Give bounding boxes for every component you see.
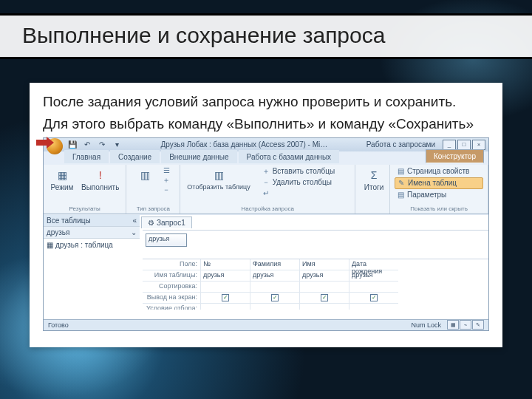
grid-cell[interactable]: ✓ bbox=[250, 293, 299, 304]
grid-cell[interactable]: друзья bbox=[201, 270, 250, 282]
design-columns: №друзья✓Фамилиядрузья✓Имядрузья✓Дата рож… bbox=[200, 259, 488, 310]
minimize-button[interactable]: _ bbox=[443, 140, 456, 150]
view-datasheet-button[interactable]: ▦ bbox=[447, 320, 459, 330]
querytype-icon-1[interactable]: ☰ bbox=[162, 166, 171, 175]
returns-button[interactable]: ↵ bbox=[260, 188, 336, 199]
sigma-icon: Σ bbox=[366, 168, 381, 183]
grid-cell[interactable]: друзья bbox=[349, 270, 398, 282]
grid-cell[interactable] bbox=[201, 282, 250, 293]
table-item-icon: ▦ bbox=[47, 241, 53, 249]
save-icon[interactable]: 💾 bbox=[67, 140, 78, 150]
view-design-button[interactable]: ✎ bbox=[472, 320, 484, 330]
tablenames-button[interactable]: ✎Имена таблиц bbox=[395, 177, 483, 189]
showtable-label: Отобразить таблицу bbox=[187, 183, 250, 191]
slide-body: После задания условий запроса нужно пров… bbox=[30, 83, 502, 347]
source-table[interactable]: друзья bbox=[146, 233, 187, 247]
propsheet-button[interactable]: ▤Страница свойств bbox=[395, 166, 483, 177]
params-label: Параметры bbox=[407, 191, 446, 199]
totals-label: Итоги bbox=[364, 183, 383, 191]
nav-group[interactable]: друзья ⌄ bbox=[44, 227, 140, 239]
rowlabel-field: Поле: bbox=[143, 259, 200, 270]
nav-collapse-icon[interactable]: « bbox=[132, 216, 137, 225]
insert-col-icon: ＋ bbox=[262, 167, 270, 176]
nav-pane: Все таблицы « друзья ⌄ ▦ друзья : таблиц… bbox=[44, 215, 140, 320]
table-icon: ▥ bbox=[137, 168, 152, 183]
doc-tab-label: Запрос1 bbox=[157, 219, 185, 227]
insert-columns-button[interactable]: ＋Вставить столбцы bbox=[260, 166, 336, 177]
query-tab-icon: ⚙ bbox=[148, 219, 154, 227]
redo-icon[interactable]: ↷ bbox=[97, 140, 107, 150]
show-checkbox[interactable]: ✓ bbox=[271, 294, 279, 301]
grid-cell[interactable]: друзья bbox=[250, 270, 299, 282]
showtable-button[interactable]: ▥ Отобразить таблицу bbox=[185, 166, 252, 199]
slide-title: Выполнение и сохранение запроса bbox=[0, 13, 532, 59]
rowlabel-sort: Сортировка: bbox=[143, 282, 200, 293]
undo-icon[interactable]: ↶ bbox=[82, 140, 92, 150]
run-button[interactable]: ! Выполнить bbox=[79, 166, 121, 193]
doc-tab[interactable]: ⚙ Запрос1 bbox=[141, 216, 192, 228]
grid-cell[interactable] bbox=[201, 304, 250, 310]
grid-cell[interactable]: ✓ bbox=[300, 293, 349, 304]
grid-cell[interactable] bbox=[250, 304, 299, 310]
params-button[interactable]: ▤Параметры bbox=[395, 190, 483, 200]
tables-area[interactable]: друзья bbox=[143, 231, 488, 259]
design-col-1[interactable]: Фамилиядрузья✓ bbox=[250, 259, 299, 310]
ribbon-group-showhide: ▤Страница свойств ✎Имена таблиц ▤Парамет… bbox=[390, 165, 488, 214]
view-sql-button[interactable]: ⌁ bbox=[460, 320, 471, 330]
select-query-button[interactable]: ▥ bbox=[131, 166, 159, 184]
tab-create[interactable]: Создание bbox=[110, 150, 160, 163]
ribbon-group-querytype: ▥ ☰ ＋ － Тип запроса bbox=[126, 165, 180, 214]
params-icon: ▤ bbox=[396, 191, 405, 200]
nav-header-label: Все таблицы bbox=[47, 216, 91, 225]
pointer-arrow-icon bbox=[36, 135, 55, 150]
tab-strip: Главная Создание Внешние данные Работа с… bbox=[44, 150, 488, 163]
grid-cell[interactable] bbox=[300, 304, 349, 310]
grid-cell[interactable] bbox=[349, 304, 398, 310]
ribbon: ▦ Режим ! Выполнить Результаты ▥ bbox=[44, 165, 488, 214]
tab-home[interactable]: Главная bbox=[64, 150, 109, 163]
doc-area: ⚙ Запрос1 друзья Поле: Имя таблицы: Сорт… bbox=[140, 215, 488, 320]
run-label: Выполнить bbox=[81, 183, 119, 191]
tab-dbtools[interactable]: Работа с базами данных bbox=[239, 150, 340, 163]
view-label: Режим bbox=[51, 183, 74, 191]
ribbon-group-totals: Σ Итоги bbox=[355, 165, 390, 214]
design-col-0[interactable]: №друзья✓ bbox=[200, 259, 250, 310]
design-col-3[interactable]: Дата рождениядрузья✓ bbox=[349, 259, 398, 310]
grid-cell[interactable] bbox=[300, 282, 349, 293]
grid-cell[interactable]: Имя bbox=[300, 259, 349, 270]
grid-cell[interactable]: ✓ bbox=[201, 293, 250, 304]
grid-cell[interactable]: ✓ bbox=[349, 293, 398, 304]
nav-header[interactable]: Все таблицы « bbox=[44, 215, 140, 227]
rowlabel-show: Вывод на экран: bbox=[143, 293, 200, 304]
grid-cell[interactable]: Дата рождения bbox=[349, 259, 398, 270]
showtable-icon: ▥ bbox=[211, 168, 226, 183]
setup-group-label: Настройка запроса bbox=[185, 205, 350, 212]
show-checkbox[interactable]: ✓ bbox=[321, 294, 328, 301]
nav-item-table[interactable]: ▦ друзья : таблица bbox=[44, 239, 140, 251]
maximize-button[interactable]: □ bbox=[457, 140, 471, 150]
access-window: 💾 ↶ ↷ ▾ Друзья Лобак : база данных (Acce… bbox=[43, 137, 489, 331]
view-button[interactable]: ▦ Режим bbox=[48, 166, 76, 193]
grid-cell[interactable] bbox=[250, 282, 299, 293]
grid-cell[interactable] bbox=[349, 282, 398, 293]
grid-cell[interactable]: № bbox=[201, 259, 250, 270]
context-tab-title: Работа с запросами bbox=[366, 140, 435, 149]
rowlabel-criteria: Условие отбора: bbox=[143, 304, 200, 310]
tab-external[interactable]: Внешние данные bbox=[161, 150, 236, 163]
querytype-icon-3[interactable]: － bbox=[162, 185, 171, 194]
tab-design[interactable]: Конструктор bbox=[426, 149, 484, 163]
querytype-icon-2[interactable]: ＋ bbox=[162, 176, 171, 185]
totals-button[interactable]: Σ Итоги bbox=[360, 166, 388, 193]
qat-dropdown-icon[interactable]: ▾ bbox=[112, 140, 122, 150]
grid-cell[interactable]: Фамилия bbox=[250, 259, 299, 270]
design-col-2[interactable]: Имядрузья✓ bbox=[299, 259, 349, 310]
show-checkbox[interactable]: ✓ bbox=[370, 294, 378, 301]
nav-group-label: друзья bbox=[47, 228, 70, 236]
deletecol-label: Удалить столбцы bbox=[273, 178, 332, 186]
delete-columns-button[interactable]: －Удалить столбцы bbox=[260, 177, 336, 188]
close-button[interactable]: × bbox=[472, 140, 485, 150]
delete-col-icon: － bbox=[262, 178, 270, 187]
query-designer: друзья Поле: Имя таблицы: Сортировка: Вы… bbox=[143, 230, 488, 310]
show-checkbox[interactable]: ✓ bbox=[222, 294, 229, 301]
grid-cell[interactable]: друзья bbox=[300, 270, 349, 282]
